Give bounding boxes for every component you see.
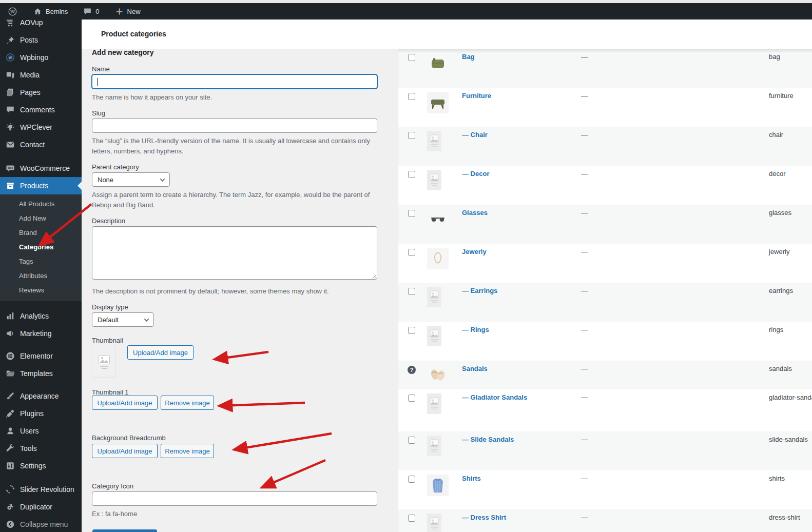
category-name-link[interactable]: — Decor (462, 170, 489, 178)
category-name-link[interactable]: — Slide Sandals (462, 436, 514, 443)
category-name-link[interactable]: — Earrings (462, 287, 497, 294)
submenu-item-reviews[interactable]: Reviews (0, 283, 82, 297)
sidebar-item-duplicator[interactable]: Duplicator (0, 498, 82, 516)
category-slug: chair (769, 131, 783, 139)
sidebar-item-media[interactable]: Media (0, 66, 82, 84)
envelope-icon (5, 140, 15, 150)
category-name-link[interactable]: Bag (462, 53, 475, 61)
submenu-item-all-products[interactable]: All Products (0, 196, 82, 211)
submenu-item-brand[interactable]: Brand (0, 225, 82, 240)
category-name-link[interactable]: — Gladiator Sandals (462, 393, 527, 401)
slug-input[interactable] (92, 119, 377, 133)
parent-category-select[interactable]: None (92, 172, 170, 187)
category-name-link[interactable]: Furniture (462, 92, 491, 100)
sidebar-item-users[interactable]: Users (0, 422, 82, 440)
analytics-icon (5, 311, 15, 321)
submenu-item-attributes[interactable]: Attributes (0, 268, 82, 283)
sidebar-item-wpbingo[interactable]: WWpbingo (0, 49, 82, 66)
row-checkbox[interactable] (408, 132, 415, 139)
sidebar-item-marketing[interactable]: Marketing (0, 325, 82, 342)
category-name-link[interactable]: Shirts (462, 475, 481, 482)
category-row: — Gladiator Sandals—gladiator-sandals (398, 389, 812, 431)
submenu-item-add-new[interactable]: Add New (0, 211, 82, 225)
sidebar-item-woocommerce[interactable]: WooWooCommerce (0, 160, 82, 177)
sidebar-item-label: Wpbingo (20, 53, 48, 62)
category-icon-input[interactable] (92, 491, 377, 506)
background-breadcrumb-upload-button[interactable]: Upload/Add image (92, 444, 158, 458)
background-breadcrumb-remove-button[interactable]: Remove image (161, 444, 214, 458)
category-name-link[interactable]: — Chair (462, 131, 488, 139)
row-checkbox[interactable] (408, 210, 415, 217)
thumbnail-placeholder-image (92, 346, 116, 378)
sidebar-item-label: WPClever (20, 123, 52, 131)
name-input[interactable] (92, 74, 377, 89)
display-type-select[interactable]: Default (92, 312, 154, 327)
sidebar-item-collapse-menu[interactable]: Collapse menu (0, 516, 82, 532)
sidebar-item-elementor[interactable]: Elementor (0, 347, 82, 365)
sidebar-item-tools[interactable]: Tools (0, 440, 82, 457)
category-icon-label: Category Icon (92, 482, 133, 490)
row-checkbox[interactable] (408, 171, 415, 178)
sidebar-item-templates[interactable]: Templates (0, 365, 82, 382)
sidebar-item-comments[interactable]: Comments (0, 101, 82, 119)
thumbnail1-remove-button[interactable]: Remove image (161, 396, 214, 410)
thumbnail-upload-button[interactable]: Upload/Add image (127, 345, 194, 360)
description-textarea[interactable] (92, 226, 377, 280)
page-header-band: Product categories (82, 19, 812, 49)
svg-text:Woo: Woo (8, 167, 13, 169)
brush-icon (5, 391, 15, 401)
chevron-down-icon (160, 177, 165, 183)
site-home-link[interactable]: Bemins (27, 3, 74, 19)
sidebar-item-label: WooCommerce (20, 164, 70, 172)
category-slug: jewerly (769, 248, 789, 255)
row-checkbox[interactable] (408, 249, 415, 256)
submenu-item-categories[interactable]: Categories (0, 240, 82, 254)
category-name-link[interactable]: — Rings (462, 326, 489, 333)
sidebar-item-analytics[interactable]: Analytics (0, 307, 82, 325)
row-checkbox[interactable] (408, 515, 415, 522)
plugin-icon (5, 408, 15, 419)
row-checkbox[interactable] (408, 437, 415, 444)
row-checkbox[interactable] (408, 327, 415, 334)
sidebar-item-plugins[interactable]: Plugins (0, 405, 82, 422)
thumbnail1-upload-button[interactable]: Upload/Add image (92, 396, 158, 410)
category-name-link[interactable]: Sandals (462, 365, 488, 372)
row-checkbox[interactable] (408, 395, 415, 402)
category-slug: gladiator-sandals (769, 393, 812, 401)
submenu-item-tags[interactable]: Tags (0, 254, 82, 268)
sidebar-item-label: Slider Revolution (20, 485, 74, 494)
category-row: — Rings—rings (398, 322, 812, 361)
comments-bubble-button[interactable]: 0 (77, 3, 105, 19)
sidebar-item-label: Settings (20, 462, 46, 470)
sidebar-item-posts[interactable]: Posts (0, 31, 82, 49)
row-checkbox[interactable] (408, 288, 415, 295)
row-checkbox[interactable] (408, 476, 415, 483)
name-help: The name is how it appears on your site. (92, 92, 212, 103)
sidebar-item-wpclever[interactable]: WPClever (0, 119, 82, 136)
parent-category-label: Parent category (92, 163, 139, 171)
menu-spacer (0, 301, 82, 307)
sidebar-item-contact[interactable]: Contact (0, 136, 82, 153)
sidebar-item-slider-revolution[interactable]: Slider Revolution (0, 481, 82, 498)
sidebar-item-label: AOVup (20, 18, 43, 27)
row-checkbox[interactable] (408, 54, 415, 61)
sidebar-item-settings[interactable]: Settings (0, 457, 82, 475)
sidebar-item-label: Posts (20, 36, 38, 44)
category-name-link[interactable]: — Dress Shirt (462, 514, 506, 521)
menu-spacer (0, 382, 82, 387)
placeholder-thumbnail (427, 393, 441, 416)
wpbingo-icon: W (5, 52, 15, 63)
add-new-category-submit-button[interactable]: Add new category (92, 529, 157, 532)
menu-spacer (0, 153, 82, 160)
sidebar-item-products[interactable]: Products (0, 177, 82, 194)
sidebar-item-pages[interactable]: Pages (0, 84, 82, 101)
wordpress-logo-button[interactable] (0, 3, 23, 19)
category-name-link[interactable]: Glasses (462, 209, 488, 216)
placeholder-thumbnail (427, 514, 441, 532)
category-name-link[interactable]: Jewerly (462, 248, 487, 255)
row-checkbox[interactable] (408, 93, 415, 100)
sidebar-item-appearance[interactable]: Appearance (0, 387, 82, 405)
category-slug: rings (769, 326, 783, 333)
plus-icon (115, 7, 124, 16)
new-content-button[interactable]: New (109, 3, 147, 19)
